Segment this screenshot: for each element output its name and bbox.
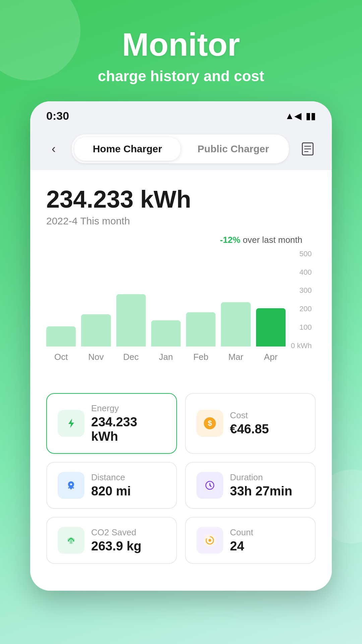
stats-grid: Energy234.233 kWh$Cost€46.85Distance820 … — [46, 393, 316, 577]
y-label: 300 — [288, 286, 312, 295]
year-month: 2022-4 — [46, 215, 77, 226]
stat-value-cost: €46.85 — [230, 422, 269, 436]
bar-label-nov: Nov — [88, 352, 104, 362]
bar-label-jan: Jan — [159, 352, 173, 362]
chart-comparison: -12% over last month — [220, 235, 302, 245]
bar-nov — [81, 314, 111, 346]
page-subtitle: charge history and cost — [20, 68, 342, 85]
stat-value-distance: 820 mi — [91, 484, 131, 498]
stat-label-count: Count — [230, 527, 253, 538]
stat-card-count: Count24 — [185, 517, 316, 564]
stat-text-cost: Cost€46.85 — [230, 410, 269, 436]
bar-col-oct: Oct — [46, 326, 76, 362]
bar-apr — [256, 308, 286, 346]
phone-mockup: 0:30 ▲◀ ▮▮ ‹ Home Charger Public Charger… — [30, 101, 332, 591]
main-content: 234.233 kWh 2022-4 This month -12% over … — [30, 170, 332, 591]
bar-oct — [46, 326, 76, 346]
back-button[interactable]: ‹ — [44, 139, 64, 159]
bar-label-mar: Mar — [228, 352, 243, 362]
y-label: 0 kWh — [288, 341, 312, 350]
stat-card-distance: Distance820 mi — [46, 462, 177, 509]
battery-icon: ▮▮ — [306, 110, 316, 121]
status-time: 0:30 — [46, 109, 69, 122]
svg-point-14 — [208, 539, 211, 542]
stat-label-energy: Energy — [91, 403, 166, 414]
stat-text-energy: Energy234.233 kWh — [91, 403, 166, 444]
stat-text-co2: CO2 Saved263.9 kg — [91, 527, 141, 553]
bar-feb — [186, 312, 216, 346]
bar-label-feb: Feb — [193, 352, 208, 362]
y-label: 500 — [288, 250, 312, 258]
bar-col-feb: Feb — [186, 312, 216, 362]
stat-text-count: Count24 — [230, 527, 253, 553]
chart-container: -12% over last month OctNovDecJanFebMarA… — [46, 235, 316, 382]
period-this-month: This month — [80, 215, 130, 226]
stat-value-energy: 234.233 kWh — [91, 415, 166, 444]
comparison-pct: -12% — [220, 235, 240, 245]
tab-public-charger[interactable]: Public Charger — [180, 137, 286, 161]
y-label: 200 — [288, 305, 312, 313]
stat-label-duration: Duration — [230, 472, 292, 483]
status-bar: 0:30 ▲◀ ▮▮ — [30, 101, 332, 128]
y-axis: 5004003002001000 kWh — [286, 250, 316, 350]
stat-value-co2: 263.9 kg — [91, 539, 141, 553]
energy-value: 234.233 kWh — [46, 186, 316, 213]
bar-dec — [116, 294, 146, 346]
bar-col-mar: Mar — [221, 302, 250, 362]
receipt-button[interactable] — [297, 138, 318, 160]
bar-col-jan: Jan — [151, 320, 181, 362]
signal-icon: ▲◀ — [285, 110, 302, 121]
tab-group: Home Charger Public Charger — [72, 135, 289, 163]
bar-col-nov: Nov — [81, 314, 111, 362]
back-icon: ‹ — [52, 142, 56, 156]
status-icons: ▲◀ ▮▮ — [285, 110, 316, 121]
bar-label-dec: Dec — [123, 352, 139, 362]
bars-section: OctNovDecJanFebMarApr — [46, 248, 286, 362]
bar-col-apr: Apr — [256, 308, 286, 362]
bar-jan — [151, 320, 181, 346]
bar-mar — [221, 302, 250, 346]
co2-icon — [58, 527, 84, 554]
stat-text-distance: Distance820 mi — [91, 472, 131, 498]
stat-card-duration: Duration33h 27min — [185, 462, 316, 509]
stat-value-duration: 33h 27min — [230, 484, 292, 498]
stat-value-count: 24 — [230, 539, 253, 553]
stat-label-cost: Cost — [230, 410, 269, 421]
bar-label-oct: Oct — [54, 352, 68, 362]
tab-home-charger[interactable]: Home Charger — [74, 137, 180, 161]
cost-icon: $ — [196, 410, 223, 437]
y-label: 100 — [288, 323, 312, 332]
y-label: 400 — [288, 268, 312, 277]
stat-label-co2: CO2 Saved — [91, 527, 141, 538]
nav-bar: ‹ Home Charger Public Charger — [30, 128, 332, 170]
stat-card-cost: $Cost€46.85 — [185, 393, 316, 454]
bar-col-dec: Dec — [116, 294, 146, 362]
stat-label-distance: Distance — [91, 472, 131, 483]
bar-label-apr: Apr — [264, 352, 278, 362]
stat-card-co2: CO2 Saved263.9 kg — [46, 517, 177, 564]
svg-text:$: $ — [208, 419, 212, 427]
energy-period: 2022-4 This month — [46, 215, 316, 227]
energy-icon — [58, 410, 84, 437]
distance-icon — [58, 472, 84, 499]
count-icon — [196, 527, 223, 554]
stat-text-duration: Duration33h 27min — [230, 472, 292, 498]
duration-icon — [196, 472, 223, 499]
comparison-text: over last month — [243, 235, 302, 245]
stat-card-energy: Energy234.233 kWh — [46, 393, 177, 454]
